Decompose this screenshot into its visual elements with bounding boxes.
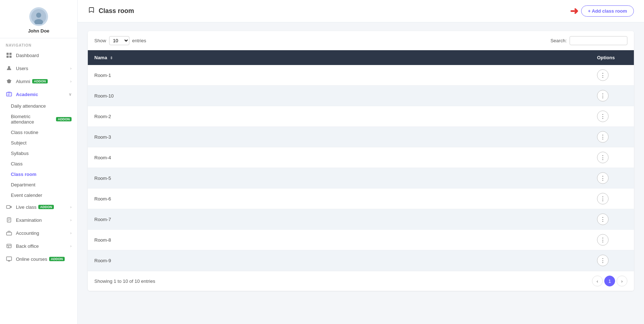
sidebar-item-class-routine[interactable]: Class routine: [11, 127, 77, 138]
sidebar-item-label: Alumni: [16, 79, 30, 84]
sidebar-item-syllabus[interactable]: Syllabus: [11, 148, 77, 159]
table-row: Room-5⋮: [88, 168, 634, 189]
table-row: Room-6⋮: [88, 189, 634, 209]
sidebar-item-alumni[interactable]: Alumni addon ›: [0, 75, 77, 88]
search-input[interactable]: [570, 36, 627, 45]
table-card: Show 10 25 50 100 entries Search:: [88, 31, 634, 291]
page-1-button[interactable]: 1: [604, 276, 615, 286]
add-class-room-button[interactable]: + Add class room: [581, 5, 634, 17]
cell-options: ⋮: [591, 189, 634, 209]
cell-nama: Room-10: [88, 86, 591, 106]
prev-page-button[interactable]: ‹: [592, 276, 603, 286]
pagination-bar: Showing 1 to 10 of 10 entries ‹ 1 ›: [88, 271, 634, 291]
options-button[interactable]: ⋮: [597, 172, 609, 184]
svg-rect-4: [9, 53, 12, 55]
sidebar-item-live-class[interactable]: Live class addon ›: [0, 200, 77, 213]
svg-rect-15: [7, 232, 12, 235]
grid-icon: [6, 52, 12, 59]
table-row: Room-9⋮: [88, 250, 634, 271]
chevron-right-icon: ›: [70, 231, 72, 235]
sidebar-sub-label: Class routine: [11, 130, 38, 135]
sidebar-item-event-calender[interactable]: Event calender: [11, 190, 77, 200]
table-row: Room-1⋮: [88, 65, 634, 86]
sidebar-item-academic[interactable]: Academic ∨: [0, 88, 77, 101]
sidebar-item-online-courses[interactable]: Online courses addon: [0, 252, 77, 265]
sidebar-item-class-room[interactable]: Class room: [11, 169, 77, 180]
chevron-right-icon: ›: [70, 218, 72, 222]
table-row: Room-8⋮: [88, 230, 634, 250]
sidebar-item-label: Examination: [16, 217, 42, 223]
options-button[interactable]: ⋮: [597, 131, 609, 143]
bookmark-icon: [88, 7, 95, 16]
cell-options: ⋮: [591, 106, 634, 127]
sidebar-item-subject[interactable]: Subject: [11, 138, 77, 148]
table-controls: Show 10 25 50 100 entries Search:: [88, 31, 634, 50]
options-button[interactable]: ⋮: [597, 234, 609, 246]
sidebar-sub-label: Department: [11, 182, 35, 187]
options-button[interactable]: ⋮: [597, 152, 609, 163]
sidebar-sub-label: Subject: [11, 140, 26, 146]
sidebar-item-biometric-attendance[interactable]: Biometric attendance addon: [11, 111, 77, 127]
cell-nama: Room-5: [88, 168, 591, 189]
svg-rect-12: [7, 218, 11, 222]
table-row: Room-3⋮: [88, 127, 634, 147]
sidebar-item-label: Live class: [16, 204, 37, 210]
options-button[interactable]: ⋮: [597, 111, 609, 122]
addon-badge: addon: [56, 117, 72, 121]
cell-nama: Room-3: [88, 127, 591, 147]
cell-nama: Room-7: [88, 209, 591, 230]
addon-badge: addon: [38, 205, 54, 209]
cell-nama: Room-8: [88, 230, 591, 250]
sidebar-sub-label: Class: [11, 161, 23, 167]
graduation-icon: [6, 78, 12, 85]
cell-nama: Room-6: [88, 189, 591, 209]
sidebar-item-label: Academic: [16, 92, 38, 97]
svg-rect-16: [7, 244, 11, 248]
chevron-right-icon: ›: [70, 79, 72, 83]
entries-select[interactable]: 10 25 50 100: [109, 36, 129, 45]
sidebar-sub-label: Biometric attendance: [11, 114, 54, 125]
sort-icon[interactable]: ⇕: [110, 56, 113, 60]
cell-options: ⋮: [591, 147, 634, 168]
svg-rect-3: [7, 53, 9, 55]
topbar: Class room ➜ + Add class room: [78, 0, 644, 22]
sidebar: John Doe NAVIGATION Dashboard Users › Al…: [0, 0, 78, 324]
sidebar-item-accounting[interactable]: Accounting ›: [0, 226, 77, 239]
office-icon: [6, 243, 12, 249]
options-button[interactable]: ⋮: [597, 193, 609, 204]
svg-point-1: [36, 13, 41, 18]
show-entries: Show 10 25 50 100 entries: [94, 36, 146, 45]
chevron-right-icon: ›: [70, 244, 72, 248]
sidebar-sub-label: Daily attendance: [11, 103, 46, 109]
cell-options: ⋮: [591, 127, 634, 147]
sidebar-item-daily-attendance[interactable]: Daily attendance: [11, 101, 77, 111]
main-content: Class room ➜ + Add class room Show 10 25…: [78, 0, 644, 324]
page-title: Class room: [99, 7, 134, 15]
sidebar-item-label: Back office: [16, 243, 39, 249]
sidebar-item-department[interactable]: Department: [11, 180, 77, 190]
page-title-area: Class room: [88, 7, 134, 16]
sidebar-item-back-office[interactable]: Back office ›: [0, 239, 77, 252]
table-row: Room-7⋮: [88, 209, 634, 230]
options-button[interactable]: ⋮: [597, 90, 609, 101]
sidebar-item-examination[interactable]: Examination ›: [0, 213, 77, 226]
sidebar-item-class[interactable]: Class: [11, 159, 77, 169]
next-page-button[interactable]: ›: [617, 276, 627, 286]
sidebar-item-dashboard[interactable]: Dashboard: [0, 49, 77, 62]
cell-options: ⋮: [591, 250, 634, 271]
avatar: [29, 7, 48, 26]
options-button[interactable]: ⋮: [597, 69, 609, 81]
col-header-nama: Nama ⇕: [88, 50, 591, 65]
cell-nama: Room-4: [88, 147, 591, 168]
sidebar-sub-label: Event calender: [11, 193, 42, 198]
svg-rect-6: [9, 56, 12, 58]
sidebar-sub-label: Class room: [11, 172, 37, 177]
table-row: Room-2⋮: [88, 106, 634, 127]
chevron-right-icon: ›: [70, 205, 72, 209]
sidebar-item-users[interactable]: Users ›: [0, 62, 77, 75]
options-button[interactable]: ⋮: [597, 255, 609, 266]
options-button[interactable]: ⋮: [597, 213, 609, 225]
sidebar-item-label: Accounting: [16, 230, 39, 236]
svg-rect-8: [7, 92, 12, 96]
cell-options: ⋮: [591, 86, 634, 106]
